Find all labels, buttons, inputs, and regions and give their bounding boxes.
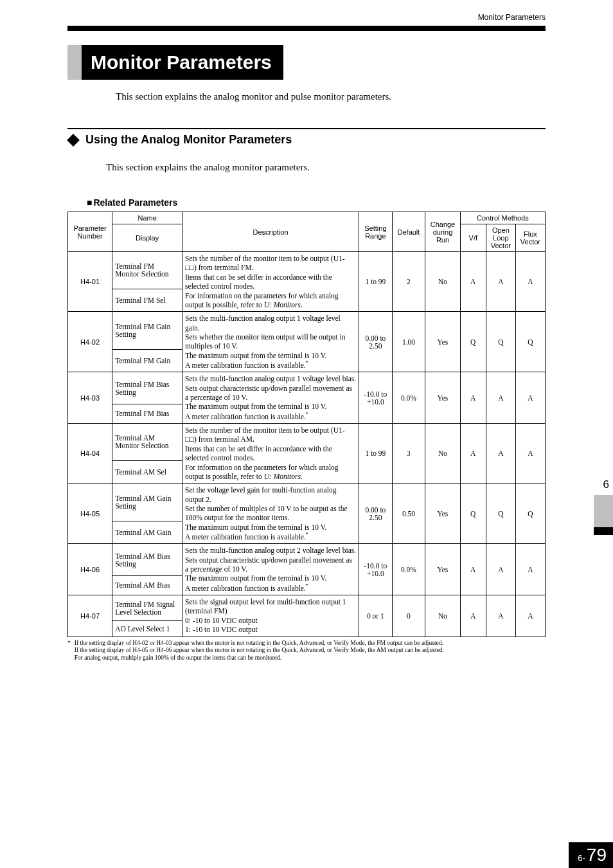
cell-display: Terminal AM Bias <box>112 575 182 595</box>
cell-description: Sets the number of the monitor item to b… <box>182 252 359 312</box>
footnote: * If the setting display of H4-02 or H4-… <box>67 640 546 663</box>
table-row: H4-03Terminal FM Bias SettingSets the mu… <box>68 372 546 404</box>
th-control-methods: Control Methods <box>460 212 545 224</box>
cell-olv: A <box>486 372 515 424</box>
cell-change: No <box>425 595 460 637</box>
cell-vf: Q <box>460 312 486 372</box>
cell-setting-range: 1 to 99 <box>359 424 393 484</box>
footnote-text: If the setting display of H4-02 or H4-03… <box>75 640 444 663</box>
cell-change: Yes <box>425 372 460 424</box>
th-param-no: Parameter Number <box>68 212 112 252</box>
cell-fv: A <box>515 544 545 595</box>
cell-olv: Q <box>486 312 515 372</box>
cell-setting-range: 0.00 to2.50 <box>359 484 393 544</box>
th-olv: Open Loop Vector <box>486 224 515 252</box>
cell-setting-range: -10.0 to+10.0 <box>359 372 393 424</box>
cell-setting-range: 0.00 to2.50 <box>359 312 393 372</box>
cell-name: Terminal AM Monitor Selection <box>112 424 182 461</box>
cell-vf: A <box>460 595 486 637</box>
th-display: Display <box>112 224 182 252</box>
th-description: Description <box>182 212 359 252</box>
th-setting-range: Setting Range <box>359 212 393 252</box>
diamond-icon <box>67 134 80 147</box>
cell-display: AO Level Select 1 <box>112 621 182 637</box>
cell-change: Yes <box>425 484 460 544</box>
subsection-heading: Related Parameters <box>87 197 546 208</box>
table-row: H4-07Terminal FM Signal Level SelectionS… <box>68 595 546 621</box>
section-rule <box>67 128 546 129</box>
cell-name: Terminal FM Signal Level Selection <box>112 595 182 621</box>
page-title-block: Monitor Parameters <box>67 45 546 80</box>
cell-olv: Q <box>486 484 515 544</box>
table-row: H4-06Terminal AM Bias SettingSets the mu… <box>68 544 546 575</box>
section-heading-text: Using the Analog Monitor Parameters <box>85 133 292 147</box>
cell-change: No <box>425 252 460 312</box>
cell-vf: A <box>460 544 486 595</box>
cell-olv: A <box>486 544 515 595</box>
cell-default: 0.0% <box>392 372 425 424</box>
cell-setting-range: 1 to 99 <box>359 252 393 312</box>
cell-name: Terminal FM Bias Setting <box>112 372 182 404</box>
cell-default: 2 <box>392 252 425 312</box>
page-intro: This section explains the analog monitor… <box>116 91 546 102</box>
cell-description: Sets the multi-function analog output 1 … <box>182 372 359 424</box>
cell-default: 0.0% <box>392 544 425 595</box>
cell-param-no: H4-02 <box>68 312 112 372</box>
cell-display: Terminal AM Gain <box>112 521 182 544</box>
footnote-mark: * <box>67 640 71 663</box>
page-number: 79 <box>587 845 607 865</box>
section-heading: Using the Analog Monitor Parameters <box>67 133 546 147</box>
cell-description: Sets the multi-function analog output 2 … <box>182 544 359 595</box>
chapter-number: 6 <box>603 478 609 491</box>
running-header: Monitor Parameters <box>478 13 546 22</box>
cell-description: Sets the number of the monitor item to b… <box>182 424 359 484</box>
page-prefix: 6- <box>578 853 585 863</box>
cell-default: 0 <box>392 595 425 637</box>
cell-param-no: H4-01 <box>68 252 112 312</box>
cell-olv: A <box>486 252 515 312</box>
th-name: Name <box>112 212 182 224</box>
page-number-badge: 6-79 <box>569 842 613 868</box>
cell-param-no: H4-05 <box>68 484 112 544</box>
cell-param-no: H4-07 <box>68 595 112 637</box>
table-row: H4-01Terminal FM Monitor SelectionSets t… <box>68 252 546 289</box>
cell-description: Sets the multi-function analog output 1 … <box>182 312 359 372</box>
cell-fv: A <box>515 424 545 484</box>
cell-fv: Q <box>515 484 545 544</box>
gray-tab <box>594 495 613 527</box>
th-change: Change during Run <box>425 212 460 252</box>
header-rule <box>67 26 546 31</box>
table-head: Parameter Number Name Description Settin… <box>68 212 546 252</box>
cell-description: Set the voltage level gain for multi-fun… <box>182 484 359 544</box>
cell-name: Terminal FM Gain Setting <box>112 312 182 349</box>
cell-name: Terminal AM Gain Setting <box>112 484 182 521</box>
th-default: Default <box>392 212 425 252</box>
cell-name: Terminal FM Monitor Selection <box>112 252 182 289</box>
page-content: Monitor Parameters This section explains… <box>67 39 546 662</box>
cell-display: Terminal FM Bias <box>112 404 182 423</box>
cell-display: Terminal FM Sel <box>112 289 182 311</box>
page-title: Monitor Parameters <box>82 45 283 80</box>
table-row: H4-02Terminal FM Gain SettingSets the mu… <box>68 312 546 349</box>
chapter-tab: 6 <box>594 495 613 535</box>
cell-param-no: H4-06 <box>68 544 112 595</box>
cell-fv: A <box>515 595 545 637</box>
cell-name: Terminal AM Bias Setting <box>112 544 182 575</box>
cell-vf: Q <box>460 484 486 544</box>
cell-olv: A <box>486 595 515 637</box>
cell-fv: A <box>515 372 545 424</box>
cell-fv: Q <box>515 312 545 372</box>
black-tab <box>594 527 613 535</box>
cell-default: 0.50 <box>392 484 425 544</box>
cell-change: Yes <box>425 312 460 372</box>
cell-setting-range: -10.0 to+10.0 <box>359 544 393 595</box>
cell-vf: A <box>460 372 486 424</box>
cell-param-no: H4-04 <box>68 424 112 484</box>
table-row: H4-04Terminal AM Monitor SelectionSets t… <box>68 424 546 461</box>
cell-change: No <box>425 424 460 484</box>
th-vf: V/f <box>460 224 486 252</box>
cell-vf: A <box>460 424 486 484</box>
cell-olv: A <box>486 424 515 484</box>
cell-display: Terminal FM Gain <box>112 349 182 372</box>
table-row: H4-05Terminal AM Gain SettingSet the vol… <box>68 484 546 521</box>
